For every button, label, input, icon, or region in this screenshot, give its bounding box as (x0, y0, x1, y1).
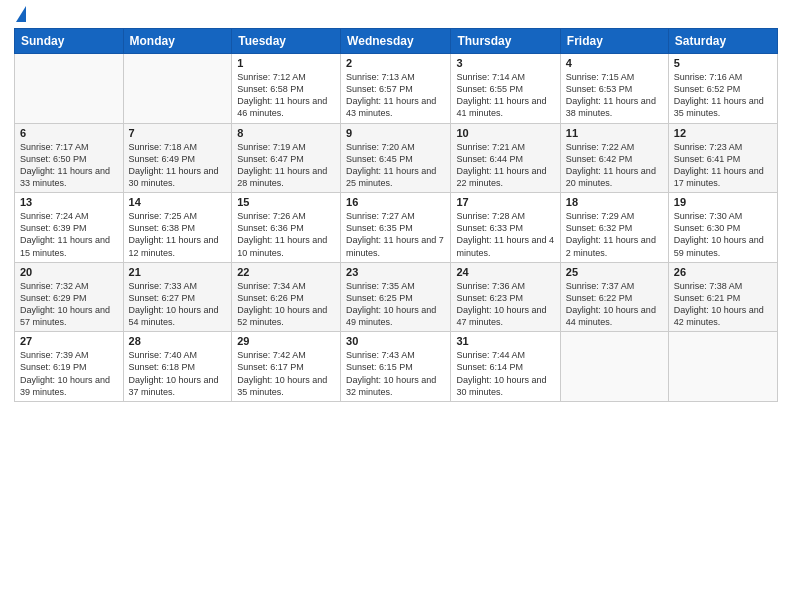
header (14, 10, 778, 22)
calendar-cell: 9Sunrise: 7:20 AM Sunset: 6:45 PM Daylig… (341, 123, 451, 193)
day-info: Sunrise: 7:14 AM Sunset: 6:55 PM Dayligh… (456, 71, 554, 120)
day-info: Sunrise: 7:19 AM Sunset: 6:47 PM Dayligh… (237, 141, 335, 190)
day-number: 15 (237, 196, 335, 208)
calendar-header-thursday: Thursday (451, 29, 560, 54)
calendar-header-saturday: Saturday (668, 29, 777, 54)
calendar-header-monday: Monday (123, 29, 232, 54)
day-number: 11 (566, 127, 663, 139)
day-number: 26 (674, 266, 772, 278)
day-info: Sunrise: 7:35 AM Sunset: 6:25 PM Dayligh… (346, 280, 445, 329)
day-number: 3 (456, 57, 554, 69)
day-info: Sunrise: 7:37 AM Sunset: 6:22 PM Dayligh… (566, 280, 663, 329)
day-info: Sunrise: 7:40 AM Sunset: 6:18 PM Dayligh… (129, 349, 227, 398)
calendar-header-sunday: Sunday (15, 29, 124, 54)
day-info: Sunrise: 7:43 AM Sunset: 6:15 PM Dayligh… (346, 349, 445, 398)
calendar-week-1: 1Sunrise: 7:12 AM Sunset: 6:58 PM Daylig… (15, 54, 778, 124)
calendar-cell: 1Sunrise: 7:12 AM Sunset: 6:58 PM Daylig… (232, 54, 341, 124)
day-info: Sunrise: 7:27 AM Sunset: 6:35 PM Dayligh… (346, 210, 445, 259)
day-info: Sunrise: 7:33 AM Sunset: 6:27 PM Dayligh… (129, 280, 227, 329)
calendar-cell (560, 332, 668, 402)
day-number: 22 (237, 266, 335, 278)
day-info: Sunrise: 7:24 AM Sunset: 6:39 PM Dayligh… (20, 210, 118, 259)
day-number: 2 (346, 57, 445, 69)
day-info: Sunrise: 7:44 AM Sunset: 6:14 PM Dayligh… (456, 349, 554, 398)
calendar-cell (123, 54, 232, 124)
calendar-cell: 21Sunrise: 7:33 AM Sunset: 6:27 PM Dayli… (123, 262, 232, 332)
calendar-cell: 8Sunrise: 7:19 AM Sunset: 6:47 PM Daylig… (232, 123, 341, 193)
day-number: 19 (674, 196, 772, 208)
day-number: 27 (20, 335, 118, 347)
calendar-cell: 28Sunrise: 7:40 AM Sunset: 6:18 PM Dayli… (123, 332, 232, 402)
day-number: 1 (237, 57, 335, 69)
calendar-cell (668, 332, 777, 402)
day-info: Sunrise: 7:28 AM Sunset: 6:33 PM Dayligh… (456, 210, 554, 259)
calendar-cell: 7Sunrise: 7:18 AM Sunset: 6:49 PM Daylig… (123, 123, 232, 193)
calendar-week-4: 20Sunrise: 7:32 AM Sunset: 6:29 PM Dayli… (15, 262, 778, 332)
calendar-cell: 11Sunrise: 7:22 AM Sunset: 6:42 PM Dayli… (560, 123, 668, 193)
day-number: 7 (129, 127, 227, 139)
day-info: Sunrise: 7:17 AM Sunset: 6:50 PM Dayligh… (20, 141, 118, 190)
calendar-cell: 22Sunrise: 7:34 AM Sunset: 6:26 PM Dayli… (232, 262, 341, 332)
day-info: Sunrise: 7:39 AM Sunset: 6:19 PM Dayligh… (20, 349, 118, 398)
calendar-cell: 31Sunrise: 7:44 AM Sunset: 6:14 PM Dayli… (451, 332, 560, 402)
calendar-cell: 3Sunrise: 7:14 AM Sunset: 6:55 PM Daylig… (451, 54, 560, 124)
day-number: 16 (346, 196, 445, 208)
day-number: 13 (20, 196, 118, 208)
day-info: Sunrise: 7:42 AM Sunset: 6:17 PM Dayligh… (237, 349, 335, 398)
calendar-header-wednesday: Wednesday (341, 29, 451, 54)
day-info: Sunrise: 7:38 AM Sunset: 6:21 PM Dayligh… (674, 280, 772, 329)
day-info: Sunrise: 7:32 AM Sunset: 6:29 PM Dayligh… (20, 280, 118, 329)
calendar-header-tuesday: Tuesday (232, 29, 341, 54)
calendar-cell: 4Sunrise: 7:15 AM Sunset: 6:53 PM Daylig… (560, 54, 668, 124)
day-info: Sunrise: 7:30 AM Sunset: 6:30 PM Dayligh… (674, 210, 772, 259)
day-number: 17 (456, 196, 554, 208)
day-info: Sunrise: 7:25 AM Sunset: 6:38 PM Dayligh… (129, 210, 227, 259)
calendar-cell: 14Sunrise: 7:25 AM Sunset: 6:38 PM Dayli… (123, 193, 232, 263)
day-info: Sunrise: 7:22 AM Sunset: 6:42 PM Dayligh… (566, 141, 663, 190)
day-number: 29 (237, 335, 335, 347)
day-info: Sunrise: 7:20 AM Sunset: 6:45 PM Dayligh… (346, 141, 445, 190)
calendar-cell: 2Sunrise: 7:13 AM Sunset: 6:57 PM Daylig… (341, 54, 451, 124)
calendar-cell: 15Sunrise: 7:26 AM Sunset: 6:36 PM Dayli… (232, 193, 341, 263)
calendar-week-2: 6Sunrise: 7:17 AM Sunset: 6:50 PM Daylig… (15, 123, 778, 193)
day-number: 23 (346, 266, 445, 278)
calendar-cell: 24Sunrise: 7:36 AM Sunset: 6:23 PM Dayli… (451, 262, 560, 332)
day-info: Sunrise: 7:18 AM Sunset: 6:49 PM Dayligh… (129, 141, 227, 190)
calendar-cell (15, 54, 124, 124)
day-number: 30 (346, 335, 445, 347)
calendar-cell: 27Sunrise: 7:39 AM Sunset: 6:19 PM Dayli… (15, 332, 124, 402)
day-info: Sunrise: 7:34 AM Sunset: 6:26 PM Dayligh… (237, 280, 335, 329)
calendar-cell: 30Sunrise: 7:43 AM Sunset: 6:15 PM Dayli… (341, 332, 451, 402)
calendar-week-5: 27Sunrise: 7:39 AM Sunset: 6:19 PM Dayli… (15, 332, 778, 402)
day-number: 6 (20, 127, 118, 139)
calendar-cell: 16Sunrise: 7:27 AM Sunset: 6:35 PM Dayli… (341, 193, 451, 263)
day-info: Sunrise: 7:15 AM Sunset: 6:53 PM Dayligh… (566, 71, 663, 120)
day-info: Sunrise: 7:16 AM Sunset: 6:52 PM Dayligh… (674, 71, 772, 120)
calendar-header-row: SundayMondayTuesdayWednesdayThursdayFrid… (15, 29, 778, 54)
calendar-cell: 17Sunrise: 7:28 AM Sunset: 6:33 PM Dayli… (451, 193, 560, 263)
day-number: 8 (237, 127, 335, 139)
calendar-cell: 18Sunrise: 7:29 AM Sunset: 6:32 PM Dayli… (560, 193, 668, 263)
day-number: 9 (346, 127, 445, 139)
day-info: Sunrise: 7:26 AM Sunset: 6:36 PM Dayligh… (237, 210, 335, 259)
day-info: Sunrise: 7:12 AM Sunset: 6:58 PM Dayligh… (237, 71, 335, 120)
day-number: 5 (674, 57, 772, 69)
day-number: 12 (674, 127, 772, 139)
day-number: 4 (566, 57, 663, 69)
day-info: Sunrise: 7:13 AM Sunset: 6:57 PM Dayligh… (346, 71, 445, 120)
logo-triangle-icon (16, 6, 26, 22)
day-number: 28 (129, 335, 227, 347)
calendar-cell: 13Sunrise: 7:24 AM Sunset: 6:39 PM Dayli… (15, 193, 124, 263)
day-info: Sunrise: 7:36 AM Sunset: 6:23 PM Dayligh… (456, 280, 554, 329)
calendar-cell: 20Sunrise: 7:32 AM Sunset: 6:29 PM Dayli… (15, 262, 124, 332)
calendar-week-3: 13Sunrise: 7:24 AM Sunset: 6:39 PM Dayli… (15, 193, 778, 263)
calendar-cell: 12Sunrise: 7:23 AM Sunset: 6:41 PM Dayli… (668, 123, 777, 193)
day-number: 18 (566, 196, 663, 208)
day-info: Sunrise: 7:21 AM Sunset: 6:44 PM Dayligh… (456, 141, 554, 190)
calendar-cell: 29Sunrise: 7:42 AM Sunset: 6:17 PM Dayli… (232, 332, 341, 402)
calendar-cell: 23Sunrise: 7:35 AM Sunset: 6:25 PM Dayli… (341, 262, 451, 332)
day-info: Sunrise: 7:29 AM Sunset: 6:32 PM Dayligh… (566, 210, 663, 259)
calendar-cell: 10Sunrise: 7:21 AM Sunset: 6:44 PM Dayli… (451, 123, 560, 193)
logo (14, 10, 26, 22)
day-number: 24 (456, 266, 554, 278)
